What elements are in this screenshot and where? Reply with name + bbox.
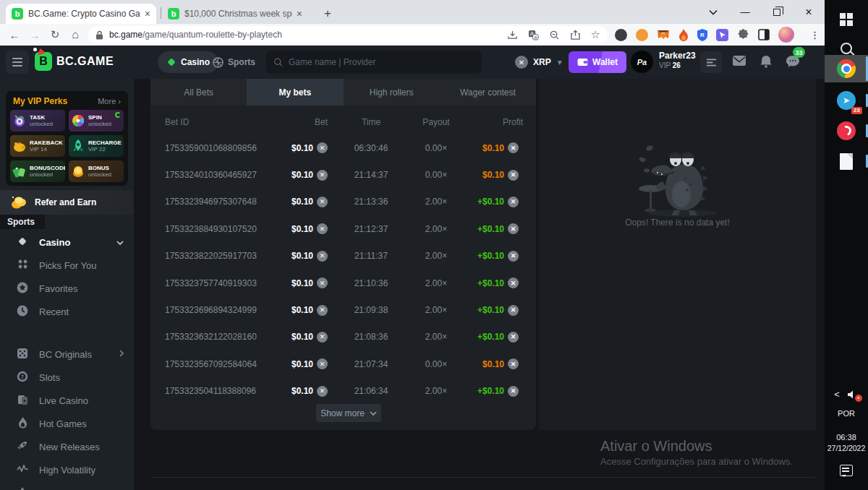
bet-amount: $0.10✕ bbox=[259, 358, 328, 369]
tray-expand-chevron-icon[interactable]: < bbox=[834, 389, 840, 400]
sidebar-item-high-volatility[interactable]: High Volatility bbox=[0, 458, 134, 481]
notifications-bell-icon[interactable] bbox=[760, 55, 773, 71]
hamburger-menu-icon[interactable] bbox=[6, 51, 29, 74]
reload-button[interactable]: ↻ bbox=[45, 28, 65, 41]
sidebar-item-hot-games[interactable]: Hot Games bbox=[0, 412, 134, 435]
vip-perk-task[interactable]: TASKunlocked bbox=[10, 110, 65, 132]
username: Parker23 bbox=[659, 51, 696, 61]
taskbar-chrome-button[interactable] bbox=[825, 55, 868, 82]
back-button[interactable]: ← bbox=[4, 29, 25, 41]
game-search[interactable] bbox=[266, 51, 482, 74]
bet-list-button[interactable] bbox=[700, 51, 722, 73]
windows-activation-title: Ativar o Windows bbox=[600, 438, 712, 455]
tab-search-chevron-icon[interactable] bbox=[697, 0, 729, 24]
extensions-puzzle-icon[interactable] bbox=[737, 29, 749, 41]
chrome-icon bbox=[837, 59, 856, 78]
zoom-icon[interactable] bbox=[549, 30, 560, 40]
start-button[interactable] bbox=[825, 6, 868, 33]
taskbar-clock-time[interactable]: 06:38 bbox=[825, 432, 868, 443]
bets-tab-high-rollers[interactable]: High rollers bbox=[344, 79, 440, 106]
bcgame-logo[interactable]: B BC.GAME bbox=[35, 52, 114, 71]
volatility-icon bbox=[16, 465, 29, 476]
bets-tab-my-bets[interactable]: My bets bbox=[247, 79, 343, 106]
sidebar-item-live-casino[interactable]: Live Casino bbox=[0, 389, 134, 412]
menu-dots-icon[interactable]: ⋮ bbox=[810, 30, 820, 40]
vip-perk-bonus[interactable]: BONUSunlocked bbox=[69, 160, 124, 182]
tab-close-icon[interactable]: × bbox=[145, 8, 150, 20]
install-icon[interactable] bbox=[507, 30, 518, 40]
refer-and-earn[interactable]: Refer and Earn bbox=[0, 190, 134, 215]
new-tab-button[interactable]: + bbox=[318, 4, 337, 23]
vip-perk-rakeback[interactable]: RAKEBACKVIP 14 bbox=[10, 135, 65, 157]
sidebar-item-label: Casino bbox=[39, 237, 106, 248]
ext-dark-icon[interactable] bbox=[615, 29, 627, 41]
vip-perk-recharge[interactable]: RECHARGEVIP 22 bbox=[69, 135, 124, 157]
sidebar-toggle-icon[interactable] bbox=[758, 29, 770, 40]
extensions-row: R ⋮ bbox=[615, 27, 820, 43]
ext-flame-icon[interactable] bbox=[678, 29, 689, 41]
address-bar[interactable]: bc.game/game/quantum-roulette-by-playtec… bbox=[88, 26, 608, 43]
ext-person-check-icon[interactable] bbox=[636, 29, 648, 41]
share-icon[interactable] bbox=[570, 30, 581, 40]
xrp-coin-icon: ✕ bbox=[508, 386, 519, 397]
sidebar-item-picks-for-you[interactable]: Picks For You bbox=[0, 254, 134, 277]
browser-tab-inactive[interactable]: b $10,000 Christmas week special × bbox=[162, 4, 308, 24]
show-more-button[interactable]: Show more bbox=[316, 404, 381, 422]
taskbar-language[interactable]: POR bbox=[825, 408, 868, 419]
minimize-button[interactable]: — bbox=[729, 0, 761, 24]
sidebar-item-casino[interactable]: Casino bbox=[0, 231, 134, 254]
home-button[interactable]: ⌂ bbox=[65, 28, 85, 41]
sidebar-item-recent[interactable]: Recent bbox=[0, 300, 134, 323]
close-button[interactable]: × bbox=[793, 0, 825, 24]
currency-selector[interactable]: ✕ XRP ▼ bbox=[509, 51, 569, 73]
sidebar-item-label: New Releases bbox=[39, 442, 124, 452]
divider bbox=[150, 477, 816, 478]
translate-icon[interactable]: Aa bbox=[528, 30, 539, 40]
bets-tab-all-bets[interactable]: All Bets bbox=[150, 79, 247, 106]
vip-more-link[interactable]: More › bbox=[98, 97, 121, 106]
search-input[interactable] bbox=[289, 57, 475, 67]
profile-avatar[interactable] bbox=[778, 27, 794, 43]
slot-coin-icon: 7 bbox=[16, 371, 29, 384]
taskbar-notepad-button[interactable] bbox=[825, 147, 868, 175]
xrp-coin-icon: ✕ bbox=[317, 278, 328, 288]
browser-tab-active[interactable]: b BC.Game: Crypto Casino Games × bbox=[6, 4, 156, 24]
bet-profit: +$0.10✕ bbox=[458, 223, 536, 234]
list-icon bbox=[706, 58, 717, 67]
user-avatar[interactable]: Pa bbox=[631, 51, 653, 73]
perk-status: VIP 14 bbox=[30, 146, 63, 152]
taskbar-telegram-button[interactable]: ➤ 23 bbox=[825, 87, 868, 114]
bet-row: 1753359001068809856$0.10✕06:30:460.00×$0… bbox=[150, 134, 536, 161]
taskbar-red-app-button[interactable] bbox=[825, 117, 868, 145]
tab-close-icon[interactable]: × bbox=[297, 8, 302, 20]
restore-button[interactable] bbox=[761, 0, 793, 24]
header-tab-sports[interactable]: Sports bbox=[213, 51, 255, 73]
header-tab-casino[interactable]: Casino bbox=[158, 51, 218, 73]
sidebar-item-favorites[interactable]: Favorites bbox=[0, 277, 134, 300]
wallet-button[interactable]: Wallet bbox=[569, 51, 626, 73]
metamask-icon[interactable] bbox=[657, 29, 670, 41]
ext-shield-icon[interactable]: R bbox=[697, 29, 707, 41]
bets-tab-wager-contest[interactable]: Wager contest bbox=[440, 79, 536, 106]
search-icon bbox=[841, 43, 852, 54]
taskbar-clock-date[interactable]: 27/12/2022 bbox=[825, 443, 868, 454]
vip-perk-bonuscode[interactable]: BONUSCODEunlocked bbox=[10, 160, 65, 182]
sidebar-item-slots[interactable]: 7Slots bbox=[0, 366, 134, 389]
bet-id: 1753323632122028160 bbox=[150, 332, 259, 342]
forward-button[interactable]: → bbox=[25, 29, 45, 41]
bet-amount: $0.10✕ bbox=[259, 332, 328, 343]
sidebar-item-new-releases[interactable]: New Releases bbox=[0, 435, 134, 458]
volume-muted-icon[interactable]: × bbox=[847, 390, 859, 400]
sidebar-item-label: Slots bbox=[39, 372, 124, 383]
sidebar-item-bc-originals[interactable]: BC Originals bbox=[0, 343, 134, 366]
ext-cursor-icon[interactable] bbox=[716, 29, 728, 41]
sidebar-item-feature-buy-in[interactable]: Feature Buy-in bbox=[0, 481, 134, 490]
bet-row: 1753323884930107520$0.10✕21:12:372.00×+$… bbox=[150, 215, 536, 242]
action-center-button[interactable] bbox=[825, 465, 868, 476]
bookmark-star-icon[interactable]: ☆ bbox=[591, 28, 600, 41]
bet-amount: $0.10✕ bbox=[259, 170, 328, 181]
user-info[interactable]: Parker23 VIP 26 bbox=[659, 51, 696, 71]
bet-row: 1753323504118388096$0.10✕21:06:342.00×+$… bbox=[150, 378, 536, 405]
inbox-icon[interactable] bbox=[732, 55, 746, 69]
vip-perk-spin[interactable]: SPINunlocked bbox=[69, 110, 124, 132]
